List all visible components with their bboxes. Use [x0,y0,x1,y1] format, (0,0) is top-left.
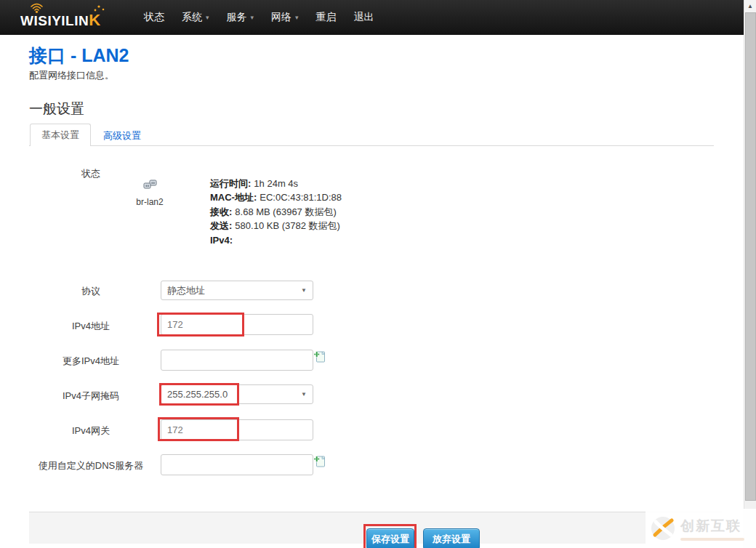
watermark-text: 创新互联 [680,517,744,536]
status-rx: 接收:8.68 MB (63967 数据包) [210,205,342,219]
scroll-up-arrow-icon[interactable]: ▲ [744,0,756,12]
menu-item-reboot[interactable]: 重启 [307,0,345,35]
netmask-label: IPv4子网掩码 [25,390,156,403]
tab-label: 基本设置 [41,129,79,142]
chevron-down-icon: ▾ [295,14,299,21]
tab-divider [29,145,714,146]
watermark-subline [680,538,744,541]
status-field-value: 8.68 MB (63967 数据包) [235,206,336,217]
netmask-selected-value: 255.255.255.0 [167,389,228,400]
status-tx: 发送:580.10 KB (3782 数据包) [210,219,342,233]
status-field-label: 发送: [210,220,232,231]
menu-label: 系统 [182,11,202,24]
gateway-label: IPv4网关 [25,424,156,438]
protocol-selected-value: 静态地址 [167,284,205,297]
status-field-value: 1h 24m 4s [254,178,298,189]
device-name: br-lan2 [121,197,179,207]
menu-item-network[interactable]: 网络▾ [262,0,307,35]
more-ipv4-input[interactable] [161,350,313,371]
status-field-label: IPv4: [210,235,233,246]
status-field-value: EC:0C:43:81:1D:88 [260,192,342,203]
menu-item-system[interactable]: 系统▾ [173,0,218,35]
brand-name: WISIYILINK [20,11,101,30]
menu-label: 服务 [227,11,247,24]
vertical-scrollbar[interactable]: ▲ [744,0,756,548]
page-title: 接口 - LAN2 [29,44,129,68]
menu-label: 重启 [316,11,337,24]
menu-item-logout[interactable]: 退出 [345,0,383,35]
status-field-label: 运行时间: [210,178,251,189]
section-title: 一般设置 [29,100,84,118]
status-field-value: 580.10 KB (3782 数据包) [235,220,340,231]
protocol-label: 协议 [25,285,156,298]
add-entry-icon[interactable] [313,350,326,363]
menu-item-status[interactable]: 状态 [135,0,173,35]
interface-status-block: 运行时间:1h 24m 4s MAC-地址:EC:0C:43:81:1D:88 … [210,177,342,247]
status-field-label: 接收: [210,206,232,217]
status-mac: MAC-地址:EC:0C:43:81:1D:88 [210,190,342,204]
tab-advanced-settings[interactable]: 高级设置 [103,129,141,142]
menu-label: 退出 [354,11,374,24]
scrollbar-thumb[interactable] [745,12,756,501]
top-navbar: WISIYILINK 状态 系统▾ 服务▾ 网络▾ 重启 退出 [0,0,744,35]
select-caret-icon: ▼ [301,391,307,398]
router-admin-page: WISIYILINK 状态 系统▾ 服务▾ 网络▾ 重启 退出 接口 - LAN… [0,0,756,548]
dns-label: 使用自定义的DNS服务器 [25,459,156,472]
watermark-text-column: 创新互联 [680,517,744,541]
watermark: 创新互联 [646,509,756,548]
select-caret-icon: ▼ [301,287,307,294]
dns-input[interactable] [161,454,313,475]
menu-label: 网络 [271,11,291,24]
netmask-select[interactable]: 255.255.255.0 ▼ [161,384,313,404]
more-ipv4-label: 更多IPv4地址 [25,355,156,368]
ipv4-address-input[interactable] [161,314,313,335]
page-subtitle: 配置网络接口信息。 [29,69,114,82]
brand-logo[interactable]: WISIYILINK [20,1,116,33]
chevron-down-icon: ▾ [251,14,254,21]
main-menu: 状态 系统▾ 服务▾ 网络▾ 重启 退出 [135,0,383,35]
brand-accent-letter: K [89,11,100,29]
bridge-interface-icon [142,179,158,190]
protocol-select[interactable]: 静态地址 ▼ [161,281,313,300]
status-field-label: MAC-地址: [210,192,257,203]
status-label: 状态 [25,167,156,180]
watermark-logo-icon [650,515,676,541]
ipv4-address-label: IPv4地址 [25,320,156,333]
status-uptime: 运行时间:1h 24m 4s [210,177,342,190]
status-ipv4: IPv4: [210,233,342,247]
menu-label: 状态 [144,11,164,24]
add-entry-icon[interactable] [313,455,326,467]
menu-item-services[interactable]: 服务▾ [218,0,263,35]
discard-button[interactable]: 放弃设置 [423,528,480,548]
chevron-down-icon: ▾ [206,14,209,21]
save-button[interactable]: 保存设置 [366,528,414,548]
gateway-input[interactable] [161,419,313,440]
tab-basic-settings[interactable]: 基本设置 [30,124,91,146]
